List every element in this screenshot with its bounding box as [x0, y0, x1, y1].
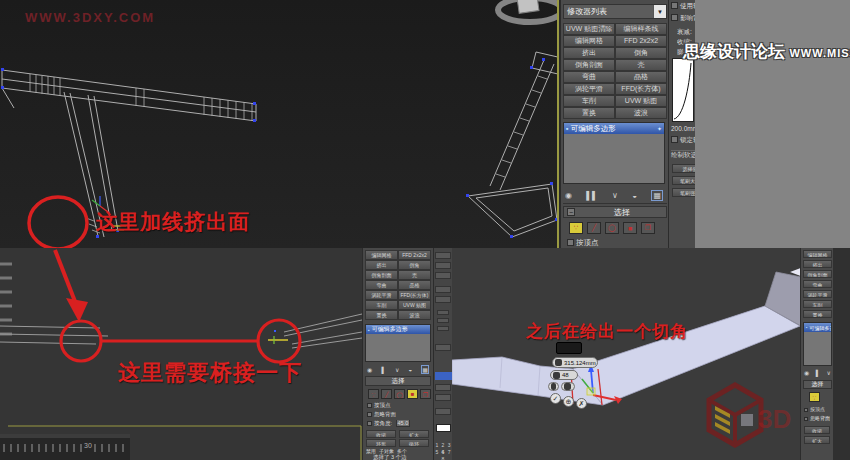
modifier-button[interactable]: 弯曲: [563, 71, 615, 83]
border-mode-icon[interactable]: ◯: [605, 222, 619, 234]
make-unique-icon[interactable]: ∨: [395, 366, 399, 373]
edge-mode-icon[interactable]: ╱: [587, 222, 601, 234]
by-vertex-checkbox[interactable]: 按顶点: [804, 406, 825, 412]
ignore-backfacing-checkbox[interactable]: 忽略背面: [804, 415, 830, 421]
make-unique-icon[interactable]: ∨: [612, 191, 618, 200]
modifier-button[interactable]: 编辑样条线: [615, 23, 667, 35]
grow-button[interactable]: 扩大: [804, 436, 830, 444]
modifier-button[interactable]: FFD(长方体): [615, 83, 667, 95]
panel-fragment[interactable]: [435, 262, 451, 269]
modifier-button[interactable]: 倒角: [615, 47, 667, 59]
panel-fragment[interactable]: [437, 310, 449, 315]
modifier-button[interactable]: 倒角剖面: [365, 270, 398, 280]
show-end-result-icon[interactable]: ▌▌: [586, 191, 597, 200]
collapse-icon[interactable]: −: [567, 208, 575, 216]
modifier-button[interactable]: 车削: [365, 300, 398, 310]
shrink-button[interactable]: 收缩: [366, 430, 396, 438]
modifier-button[interactable]: 涡轮平滑: [563, 83, 615, 95]
modifier-button[interactable]: 挤出: [365, 260, 398, 270]
pin-stack-icon[interactable]: ◉: [804, 369, 809, 376]
shaded-face-toggle[interactable]: 选择值: [672, 164, 695, 173]
modifier-button[interactable]: 倒角剖面: [803, 270, 832, 278]
panel-fragment[interactable]: [435, 384, 451, 391]
modifier-button[interactable]: 挤出: [803, 260, 832, 268]
affect-backfacing-checkbox[interactable]: 影响背面: [671, 14, 695, 23]
by-vertex-checkbox[interactable]: 按顶点: [367, 402, 391, 409]
modifier-stack[interactable]: ▪ 可编辑多边形: [803, 322, 832, 366]
viewport-bridge[interactable]: 30 这里需要桥接一下: [0, 248, 362, 460]
caddy-ok-button[interactable]: ✓: [550, 393, 561, 404]
panel-fragment[interactable]: [435, 296, 451, 303]
value-input[interactable]: [436, 424, 451, 432]
modifier-button[interactable]: 波浪: [615, 107, 667, 119]
modifier-button[interactable]: 壳: [398, 270, 431, 280]
pin-stack-icon[interactable]: ◉: [565, 191, 572, 200]
ring-button[interactable]: 环形: [366, 439, 396, 447]
remove-modifier-icon[interactable]: ◒: [632, 191, 637, 200]
make-unique-icon[interactable]: ∨: [827, 369, 831, 376]
modifier-stack[interactable]: ▪ 可编辑多边形: [365, 324, 431, 362]
modifier-button[interactable]: 弯曲: [365, 280, 398, 290]
modifier-button[interactable]: 涡轮平滑: [803, 290, 832, 298]
polygon-mode-icon[interactable]: ■: [407, 389, 418, 399]
pin-stack-icon[interactable]: ◉: [367, 366, 372, 373]
modifier-button[interactable]: 晶格: [615, 71, 667, 83]
panel-fragment[interactable]: [437, 318, 449, 323]
edge-mode-icon[interactable]: ╱: [381, 389, 392, 399]
chamfer-mode-toggle[interactable]: [561, 382, 575, 391]
remove-modifier-icon[interactable]: ◒: [408, 367, 412, 373]
panel-fragment[interactable]: [435, 252, 451, 259]
grow-button[interactable]: 扩大: [399, 430, 429, 438]
use-soft-selection-checkbox[interactable]: 使用软选择: [671, 2, 695, 11]
by-angle-checkbox[interactable]: 按角度: 45.0: [367, 420, 410, 427]
panel-fragment[interactable]: [435, 408, 451, 415]
modifier-button[interactable]: UVW 贴图: [398, 300, 431, 310]
show-end-result-icon[interactable]: ▌: [381, 367, 385, 373]
smoothing-groups-row2[interactable]: 5 6 7 8: [435, 449, 452, 460]
modifier-button[interactable]: 倒角: [398, 260, 431, 270]
modifier-list-dropdown[interactable]: 修改器列表 ▼: [563, 4, 667, 19]
stack-item-editable-poly[interactable]: ▪ 可编辑多边形 ✦: [564, 123, 664, 134]
modifier-button[interactable]: 车削: [803, 300, 832, 308]
modifier-button[interactable]: UVW 贴图清除: [563, 23, 615, 35]
polygon-mode-icon[interactable]: ■: [623, 222, 637, 234]
modifier-button[interactable]: 编辑网格: [563, 35, 615, 47]
polygon-mode-icon[interactable]: ∵: [809, 392, 820, 402]
modifier-button[interactable]: 编辑网格: [365, 250, 398, 260]
by-vertex-checkbox[interactable]: 按顶点: [567, 238, 599, 248]
lock-soft-selection-checkbox[interactable]: 锁定软选择: [671, 136, 695, 145]
caddy-cancel-button[interactable]: ✗: [576, 398, 587, 409]
panel-fragment[interactable]: [435, 344, 451, 351]
modifier-button[interactable]: FFD 2x2x2: [398, 250, 431, 260]
show-end-result-icon[interactable]: ▌: [816, 370, 820, 376]
timeline-trackbar[interactable]: [0, 434, 130, 460]
panel-fragment[interactable]: [435, 394, 451, 401]
viewport-chamfer[interactable]: 3D 之后在给出一个切角 315.124mm 48 ✓ ⊕ ✗: [452, 248, 800, 460]
border-mode-icon[interactable]: ◯: [394, 389, 405, 399]
viewport-perspective-top[interactable]: WWW.3DXY.COM 这里加线挤出面 x: [0, 0, 557, 248]
modifier-button[interactable]: 置换: [563, 107, 615, 119]
panel-fragment[interactable]: [437, 326, 449, 331]
panel-fragment[interactable]: [435, 286, 451, 293]
panel-fragment[interactable]: [435, 272, 451, 279]
shrink-button[interactable]: 收缩: [804, 426, 830, 434]
brush-size-button[interactable]: 笔刷大小: [672, 176, 695, 185]
modifier-button[interactable]: FFD(长方体): [398, 290, 431, 300]
checkbox-icon[interactable]: [567, 239, 574, 246]
modifier-button[interactable]: 置换: [365, 310, 398, 320]
modifier-button[interactable]: 波浪: [398, 310, 431, 320]
modifier-button[interactable]: 晶格: [398, 280, 431, 290]
configure-sets-icon[interactable]: ▦: [421, 365, 429, 374]
caddy-apply-button[interactable]: ⊕: [563, 396, 574, 407]
chamfer-amount-spinner[interactable]: 315.124mm: [552, 357, 598, 368]
configure-sets-icon[interactable]: ▦: [651, 190, 663, 201]
chamfer-open-toggle[interactable]: [548, 382, 559, 391]
selection-rollout-header[interactable]: 选择: [365, 376, 431, 386]
stack-item-editable-poly[interactable]: ▪ 可编辑多边形: [366, 325, 430, 334]
modifier-button[interactable]: 车削: [563, 95, 615, 107]
chamfer-segments-spinner[interactable]: 48: [550, 370, 578, 380]
visibility-icon[interactable]: ✦: [657, 125, 662, 132]
modifier-button[interactable]: 编辑网格: [803, 250, 832, 258]
chevron-down-icon[interactable]: ▼: [653, 5, 666, 18]
loop-button[interactable]: 循环: [399, 439, 429, 447]
